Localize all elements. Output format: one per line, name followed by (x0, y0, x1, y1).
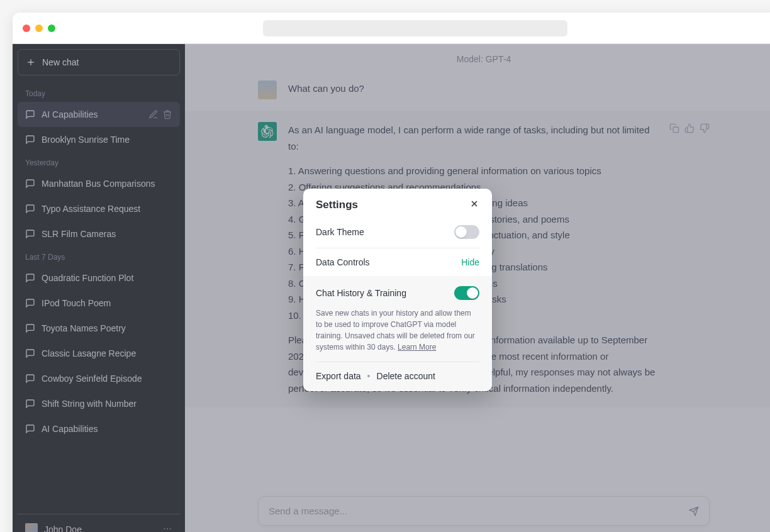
address-bar[interactable] (263, 20, 567, 36)
export-data-link[interactable]: Export data (316, 371, 361, 381)
body-area: New chat Today AI Capabilities Brooklyn … (13, 44, 770, 532)
separator-dot: • (367, 371, 371, 381)
minimize-window-button[interactable] (35, 25, 43, 32)
close-window-button[interactable] (23, 25, 30, 32)
titlebar (13, 13, 770, 44)
data-controls-panel: Chat History & Training Save new chats i… (303, 276, 492, 391)
dark-theme-label: Dark Theme (316, 227, 364, 237)
hide-link[interactable]: Hide (461, 257, 479, 267)
learn-more-link[interactable]: Learn More (398, 343, 436, 352)
dark-theme-toggle[interactable] (454, 225, 479, 239)
modal-overlay[interactable]: Settings Dark Theme Data Controls Hide (13, 44, 770, 532)
chat-history-label: Chat History & Training (316, 288, 406, 298)
dark-theme-row: Dark Theme (303, 216, 492, 248)
maximize-window-button[interactable] (48, 25, 55, 32)
app-window: New chat Today AI Capabilities Brooklyn … (13, 13, 770, 532)
chat-history-description: Save new chats in your history and allow… (316, 308, 479, 353)
delete-account-link[interactable]: Delete account (377, 371, 435, 381)
data-controls-row: Data Controls Hide (303, 248, 492, 276)
modal-header: Settings (303, 189, 492, 216)
data-controls-label: Data Controls (316, 257, 370, 267)
settings-modal: Settings Dark Theme Data Controls Hide (303, 189, 492, 391)
close-icon[interactable] (469, 199, 479, 211)
chat-history-toggle[interactable] (454, 286, 479, 300)
modal-title: Settings (316, 199, 358, 211)
data-controls-footer: Export data • Delete account (316, 362, 479, 381)
traffic-lights (23, 25, 55, 32)
